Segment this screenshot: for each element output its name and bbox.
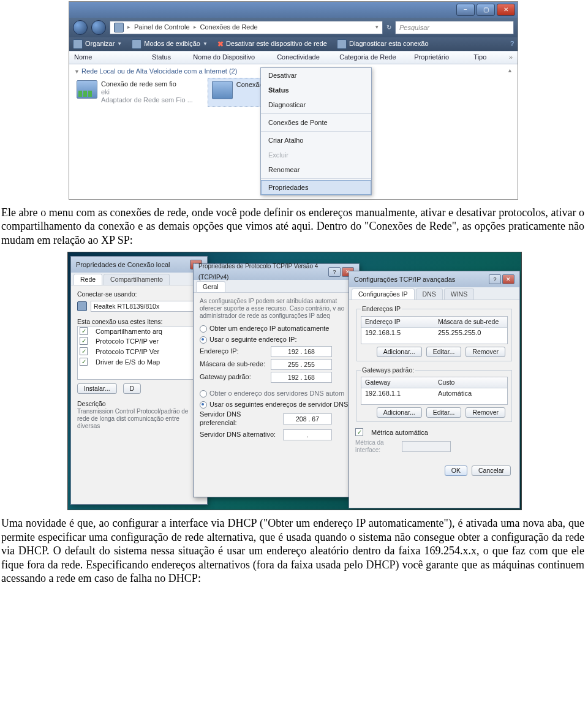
menu-separator <box>261 131 371 132</box>
edit-button[interactable]: Editar... <box>426 407 462 418</box>
checkbox-icon[interactable] <box>80 358 96 366</box>
col-type[interactable]: Tipo <box>471 53 507 62</box>
disable-device-button[interactable]: ✖Desativar este dispositivo de rede <box>217 40 327 49</box>
col-status[interactable]: Status <box>149 53 190 62</box>
diagnose-icon <box>337 39 347 49</box>
checkbox-icon[interactable] <box>80 348 96 355</box>
menu-rename[interactable]: Renomear <box>261 162 371 177</box>
tab-sharing[interactable]: Compartilhamento <box>104 274 170 285</box>
tab-wins[interactable]: WINS <box>444 288 474 300</box>
wifi-connection-item[interactable]: Conexão de rede sem fio eki Adaptador de… <box>73 78 197 107</box>
menu-shortcut[interactable]: Criar Atalho <box>261 133 371 148</box>
dns2-field[interactable]: . <box>283 429 332 440</box>
views-menu[interactable]: Modos de exibição ▼ <box>132 39 208 49</box>
menu-deactivate[interactable]: Desativar <box>261 68 371 83</box>
menu-properties[interactable]: Propriedades <box>261 180 371 195</box>
window-titlebar: − ▢ ✕ <box>69 2 518 18</box>
dns1-label: Servidor DNS preferencial: <box>200 410 279 428</box>
ok-button[interactable]: OK <box>445 466 467 476</box>
mask-field[interactable]: 255 . 255 <box>271 359 332 370</box>
tabs: Rede Compartilhamento <box>71 273 207 285</box>
breadcrumb[interactable]: ▸ Painel de Controle ▸ Conexões de Rede … <box>110 21 383 34</box>
dns2-label: Servidor DNS alternativo: <box>200 431 279 439</box>
cancel-button[interactable]: Cancelar <box>472 466 511 476</box>
install-button[interactable]: Instalar... <box>77 383 117 394</box>
menu-diagnose[interactable]: Diagnosticar <box>261 97 371 112</box>
lan-icon <box>212 81 233 99</box>
mask-label: Máscara de sub-rede: <box>200 360 267 369</box>
tab-dns[interactable]: DNS <box>416 288 443 300</box>
breadcrumb-item[interactable]: Painel de Controle <box>134 23 190 32</box>
radio-manual-dns[interactable]: Usar os seguintes endereços de servidor … <box>200 401 353 409</box>
organize-menu[interactable]: Organizar ▼ <box>73 39 122 49</box>
adapter-field: Realtek RTL8139/810x <box>91 301 201 312</box>
menu-status[interactable]: Status <box>261 83 371 97</box>
gateway-field[interactable]: 192 . 168 <box>271 372 332 383</box>
minimize-button[interactable]: − <box>456 4 475 16</box>
toolbar: Organizar ▼ Modos de exibição ▼ ✖Desativ… <box>69 37 518 51</box>
refresh-icon[interactable]: ↻ <box>386 24 391 32</box>
menu-separator <box>261 113 371 114</box>
intro-text: As configurações IP podem ser atribuídas… <box>200 298 353 320</box>
d-button[interactable]: D <box>123 383 141 394</box>
help-icon[interactable]: ? <box>489 274 501 284</box>
add-button[interactable]: Adicionar... <box>377 407 422 418</box>
menu-delete: Excluir <box>261 148 371 162</box>
adapter-icon <box>77 301 87 311</box>
ip-label: Endereço IP: <box>200 347 267 356</box>
radio-auto-dns: Obter o endereço dos servidores DNS auto… <box>200 390 353 398</box>
address-bar: ▸ Painel de Controle ▸ Conexões de Rede … <box>69 18 518 37</box>
network-connections-window: − ▢ ✕ ▸ Painel de Controle ▸ Conexões de… <box>69 1 518 200</box>
ip-listbox[interactable]: Endereço IPMáscara de sub-rede 192.168.1… <box>361 316 508 344</box>
breadcrumb-item[interactable]: Conexões de Rede <box>200 23 258 32</box>
back-button[interactable] <box>73 20 88 35</box>
diagnose-connection-button[interactable]: Diagnosticar esta conexão <box>337 39 429 49</box>
control-panel-icon <box>114 23 124 32</box>
body-paragraph-2: Uma novidade é que, ao configurar a inte… <box>1 516 584 586</box>
close-icon[interactable]: ✕ <box>502 274 514 284</box>
col-device[interactable]: Nome do Dispositivo <box>190 53 274 62</box>
remove-button[interactable]: Remover <box>466 347 505 357</box>
items-list[interactable]: Compartilhamento arq Protocolo TCP/IP ve… <box>77 326 201 380</box>
close-button[interactable]: ✕ <box>497 4 515 16</box>
connection-ssid: eki <box>101 88 193 96</box>
items-label: Esta conexão usa estes itens: <box>77 318 201 326</box>
remove-button[interactable]: Remover <box>466 407 505 418</box>
col-nome[interactable]: Nome <box>72 53 149 62</box>
col-owner[interactable]: Proprietário <box>412 53 471 62</box>
ip-addresses-header: Endereços IP <box>361 305 402 313</box>
description-label: Descrição <box>77 400 201 408</box>
properties-screenshot: Propriedades de Conexão local ✕ Rede Com… <box>67 252 522 510</box>
menu-bridge[interactable]: Conexões de Ponte <box>261 115 371 130</box>
forward-button[interactable] <box>91 20 106 35</box>
col-category[interactable]: Categoria de Rede <box>337 53 412 62</box>
auto-metric-checkbox[interactable] <box>355 429 371 436</box>
help-icon[interactable]: ? <box>510 40 514 48</box>
add-button[interactable]: Adicionar... <box>377 347 422 357</box>
column-headers: Nome Status Nome do Dispositivo Conectiv… <box>69 51 518 64</box>
radio-auto-ip[interactable]: Obter um endereço IP automaticamente <box>200 325 353 333</box>
tab-ip-settings[interactable]: Configurações IP <box>352 288 415 300</box>
edit-button[interactable]: Editar... <box>426 347 462 357</box>
radio-manual-ip[interactable]: Usar o seguinte endereço IP: <box>200 336 353 344</box>
checkbox-icon[interactable] <box>80 337 96 345</box>
connections-list: ▼ Rede Local ou de Alta Velocidade com a… <box>69 64 518 199</box>
dns1-field[interactable]: 208 . 67 <box>283 413 332 424</box>
search-input[interactable]: Pesquisar <box>395 21 514 34</box>
disable-icon: ✖ <box>217 40 224 49</box>
help-icon[interactable]: ? <box>328 267 341 277</box>
col-conn[interactable]: Conectividade <box>274 53 337 62</box>
gw-listbox[interactable]: GatewayCusto 192.168.1.1Automática <box>361 377 508 405</box>
dialog-title: Configurações TCP/IP avançadas ?✕ <box>349 271 519 287</box>
wifi-icon <box>77 80 97 99</box>
maximize-button[interactable]: ▢ <box>477 4 495 16</box>
description-text: Transmission Control Protocol/padrão de … <box>77 408 201 430</box>
tab-network[interactable]: Rede <box>74 274 102 285</box>
views-icon <box>132 39 141 49</box>
more-columns[interactable]: » <box>507 53 515 62</box>
organize-icon <box>73 39 83 49</box>
checkbox-icon[interactable] <box>80 328 96 335</box>
ip-field[interactable]: 192 . 168 <box>271 346 332 357</box>
tab-general[interactable]: Geral <box>196 281 225 292</box>
dialog-title: Propriedades de Conexão local ✕ <box>71 257 207 273</box>
